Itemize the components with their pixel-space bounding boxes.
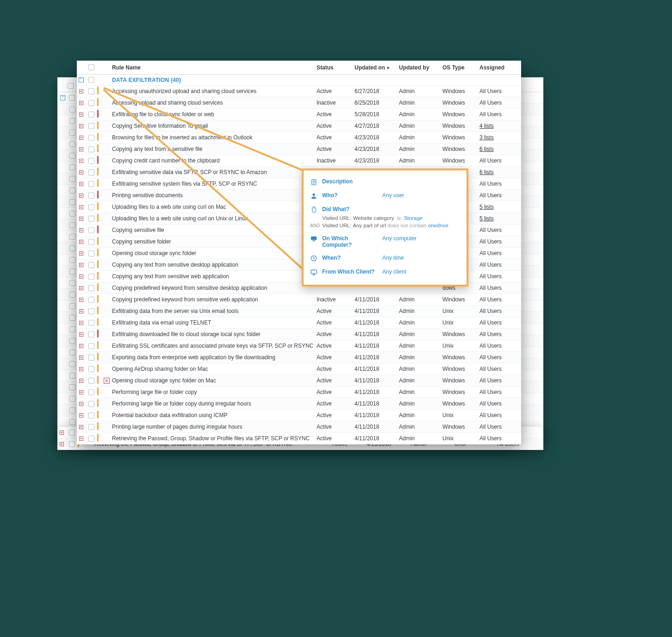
row-checkbox-back[interactable]	[69, 130, 75, 136]
expand-icon[interactable]	[79, 413, 83, 418]
expand-icon[interactable]	[79, 205, 83, 209]
row-checkbox[interactable]	[88, 181, 94, 187]
expand-icon[interactable]	[79, 402, 83, 406]
table-row[interactable]: ✕Opening cloud storage sync folder on Ma…	[77, 375, 521, 387]
assigned-cell[interactable]: 5 lists	[479, 215, 521, 222]
table-row[interactable]: Opening AirDrop sharing folder on MacAct…	[77, 363, 521, 375]
table-row[interactable]: Exfiltrating data from the server via Un…	[77, 306, 521, 317]
expand-icon[interactable]	[79, 147, 83, 151]
row-checkbox[interactable]	[88, 216, 94, 222]
client-value[interactable]: Any client	[382, 269, 406, 275]
expand-icon[interactable]	[79, 332, 83, 337]
assigned-cell[interactable]: 4 lists	[479, 123, 521, 129]
row-checkbox-back[interactable]	[69, 396, 75, 402]
row-checkbox-back[interactable]	[69, 199, 75, 205]
col-status[interactable]: Status	[317, 64, 355, 71]
expand-icon[interactable]	[79, 217, 83, 221]
condition-value-link[interactable]: onedrive	[428, 223, 448, 228]
table-row[interactable]: Copying any text from a sensitive fileAc…	[77, 144, 521, 155]
row-checkbox[interactable]	[88, 401, 94, 407]
expand-icon[interactable]	[60, 442, 64, 446]
expand-icon[interactable]	[79, 309, 83, 313]
row-checkbox-back[interactable]	[69, 315, 75, 321]
row-checkbox-back[interactable]	[69, 176, 75, 182]
row-checkbox[interactable]	[88, 100, 94, 106]
row-checkbox-back[interactable]	[69, 257, 75, 263]
expand-icon[interactable]	[79, 367, 83, 371]
computer-value[interactable]: Any computer	[382, 235, 417, 242]
row-checkbox-back[interactable]	[69, 419, 75, 425]
table-row[interactable]: Accessing unauthorized upload and sharin…	[77, 86, 521, 97]
col-rule-name[interactable]: Rule Name	[111, 64, 317, 71]
row-checkbox-back[interactable]	[69, 326, 75, 332]
row-checkbox[interactable]	[69, 430, 75, 436]
table-row[interactable]: Copying credit card number to the clipbo…	[77, 155, 521, 167]
expand-icon[interactable]	[79, 159, 83, 163]
table-row[interactable]: Retrieving the Passwd, Group, Shadow or …	[77, 433, 521, 444]
row-checkbox-back[interactable]	[69, 303, 75, 309]
row-checkbox[interactable]	[88, 193, 94, 199]
expand-icon[interactable]	[79, 228, 83, 232]
row-checkbox[interactable]	[88, 169, 94, 175]
row-checkbox-back[interactable]	[69, 211, 75, 217]
row-checkbox-back[interactable]	[69, 361, 75, 367]
row-checkbox-back[interactable]	[69, 407, 75, 413]
when-value[interactable]: Any time	[382, 255, 404, 261]
row-checkbox[interactable]	[88, 262, 94, 268]
row-checkbox[interactable]	[88, 88, 94, 94]
select-all-checkbox[interactable]	[88, 64, 94, 70]
assigned-cell[interactable]: 5 lists	[479, 204, 521, 210]
col-assigned[interactable]: Assigned	[479, 64, 521, 71]
table-row[interactable]: Potential backdoor data exfiltration usi…	[77, 410, 521, 421]
expand-icon[interactable]	[79, 124, 83, 128]
row-checkbox-back[interactable]	[69, 292, 75, 298]
collapse-icon[interactable]: ⌃	[60, 95, 65, 100]
row-checkbox[interactable]	[88, 308, 94, 314]
row-checkbox[interactable]	[88, 389, 94, 395]
expand-icon[interactable]	[79, 425, 83, 429]
col-updated-on[interactable]: Updated on▼	[355, 64, 399, 71]
row-checkbox-back[interactable]	[69, 118, 75, 124]
row-checkbox-back[interactable]	[69, 384, 75, 390]
row-checkbox[interactable]	[88, 320, 94, 326]
expand-icon[interactable]	[79, 194, 83, 198]
row-checkbox-back[interactable]	[69, 187, 75, 194]
row-checkbox[interactable]	[88, 412, 94, 418]
row-checkbox-back[interactable]	[69, 222, 75, 228]
group-collapse-icon[interactable]: ⌃	[79, 77, 84, 82]
assigned-cell[interactable]: 6 lists	[479, 146, 521, 152]
expand-icon[interactable]	[79, 240, 83, 244]
table-row[interactable]: Performing large file or folder copy dur…	[77, 398, 521, 410]
row-checkbox-back[interactable]	[69, 245, 75, 251]
table-row[interactable]: Exfiltrating file to cloud sync folder o…	[77, 109, 521, 120]
row-checkbox-back[interactable]	[69, 350, 75, 356]
row-checkbox-back[interactable]	[69, 95, 75, 101]
row-checkbox-back[interactable]	[69, 234, 75, 240]
expand-icon[interactable]	[79, 136, 83, 140]
table-row[interactable]: Exfiltrating downloaded file to cloud st…	[77, 329, 521, 340]
expand-icon[interactable]	[79, 437, 83, 441]
who-value[interactable]: Any user	[382, 192, 404, 199]
row-checkbox-back[interactable]	[69, 106, 75, 112]
expand-icon[interactable]	[79, 286, 83, 290]
row-checkbox[interactable]	[88, 285, 94, 291]
row-checkbox[interactable]	[88, 158, 94, 164]
row-checkbox-back[interactable]	[69, 373, 75, 379]
row-checkbox[interactable]	[88, 250, 94, 256]
row-checkbox[interactable]	[88, 239, 94, 245]
table-row[interactable]: Copying predefined keyword from sensitiv…	[77, 294, 521, 306]
row-checkbox-back[interactable]	[69, 269, 75, 275]
row-checkbox[interactable]	[88, 343, 94, 349]
row-checkbox[interactable]	[88, 366, 94, 372]
row-checkbox[interactable]	[88, 227, 94, 233]
row-checkbox[interactable]	[88, 274, 94, 280]
expand-icon[interactable]	[79, 112, 83, 117]
expand-icon[interactable]	[79, 251, 83, 256]
expand-icon[interactable]	[79, 263, 83, 267]
row-checkbox[interactable]	[88, 331, 94, 337]
row-checkbox[interactable]	[88, 135, 94, 141]
table-row[interactable]: Exporting data from enterprise web appli…	[77, 352, 521, 363]
expand-icon[interactable]	[79, 275, 83, 279]
row-checkbox[interactable]	[88, 112, 94, 118]
condition-value-link[interactable]: Storage	[404, 215, 423, 221]
